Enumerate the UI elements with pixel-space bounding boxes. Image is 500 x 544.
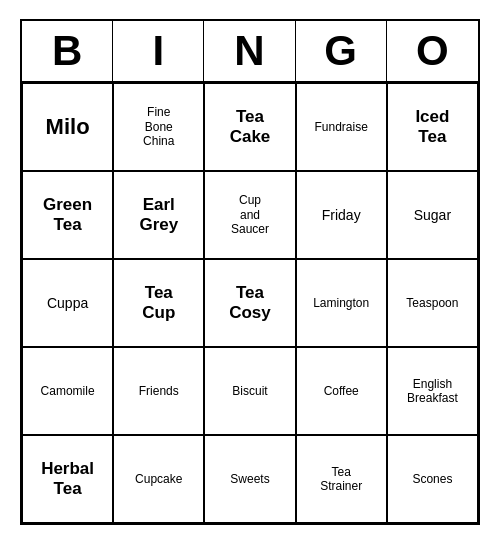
bingo-grid: MiloFineBoneChinaTeaCakeFundraiseIcedTea…: [22, 83, 478, 523]
bingo-cell-7: CupandSaucer: [204, 171, 295, 259]
bingo-cell-16: Friends: [113, 347, 204, 435]
header-i: I: [113, 21, 204, 81]
bingo-cell-23: TeaStrainer: [296, 435, 387, 523]
bingo-cell-9: Sugar: [387, 171, 478, 259]
bingo-card: B I N G O MiloFineBoneChinaTeaCakeFundra…: [20, 19, 480, 525]
bingo-cell-8: Friday: [296, 171, 387, 259]
bingo-cell-20: HerbalTea: [22, 435, 113, 523]
bingo-cell-15: Camomile: [22, 347, 113, 435]
bingo-cell-17: Biscuit: [204, 347, 295, 435]
bingo-cell-4: IcedTea: [387, 83, 478, 171]
bingo-cell-12: TeaCosy: [204, 259, 295, 347]
bingo-cell-14: Teaspoon: [387, 259, 478, 347]
header-o: O: [387, 21, 478, 81]
bingo-cell-3: Fundraise: [296, 83, 387, 171]
bingo-cell-11: TeaCup: [113, 259, 204, 347]
bingo-cell-19: EnglishBreakfast: [387, 347, 478, 435]
bingo-cell-21: Cupcake: [113, 435, 204, 523]
bingo-cell-1: FineBoneChina: [113, 83, 204, 171]
bingo-cell-0: Milo: [22, 83, 113, 171]
bingo-cell-13: Lamington: [296, 259, 387, 347]
header-n: N: [204, 21, 295, 81]
bingo-cell-5: GreenTea: [22, 171, 113, 259]
header-g: G: [296, 21, 387, 81]
bingo-cell-2: TeaCake: [204, 83, 295, 171]
bingo-header: B I N G O: [22, 21, 478, 83]
header-b: B: [22, 21, 113, 81]
bingo-cell-24: Scones: [387, 435, 478, 523]
bingo-cell-22: Sweets: [204, 435, 295, 523]
bingo-cell-18: Coffee: [296, 347, 387, 435]
bingo-cell-10: Cuppa: [22, 259, 113, 347]
bingo-cell-6: EarlGrey: [113, 171, 204, 259]
